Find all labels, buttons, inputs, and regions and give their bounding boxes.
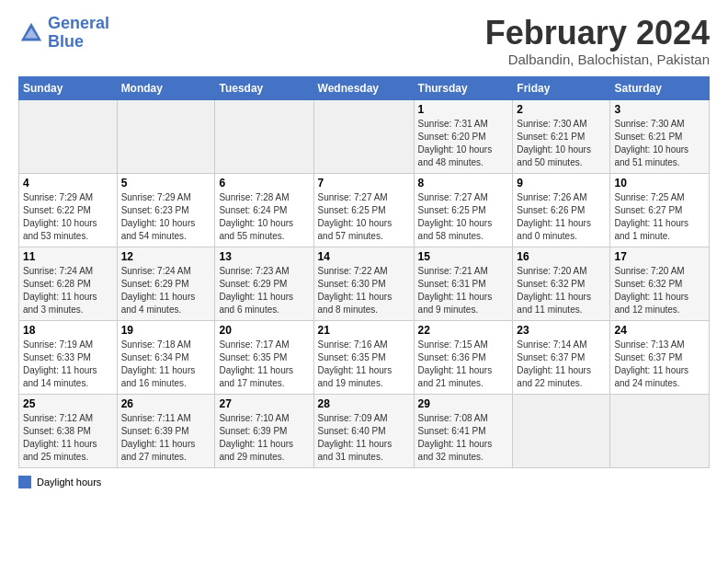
day-number: 29 — [418, 397, 509, 410]
day-info: Sunrise: 7:24 AMSunset: 6:28 PMDaylight:… — [23, 265, 113, 316]
day-info: Sunrise: 7:28 AMSunset: 6:24 PMDaylight:… — [219, 191, 309, 243]
day-info: Sunrise: 7:15 AMSunset: 6:36 PMDaylight:… — [418, 339, 509, 390]
day-number: 20 — [219, 324, 309, 337]
day-info: Sunrise: 7:27 AMSunset: 6:25 PMDaylight:… — [318, 191, 410, 243]
day-number: 4 — [23, 177, 113, 190]
calendar-cell: 2Sunrise: 7:30 AMSunset: 6:21 PMDaylight… — [513, 99, 610, 173]
month-title: February 2024 — [485, 15, 710, 52]
calendar-cell — [610, 394, 710, 467]
day-info: Sunrise: 7:27 AMSunset: 6:25 PMDaylight:… — [418, 191, 509, 243]
day-number: 23 — [517, 324, 606, 337]
logo-general: General — [48, 14, 109, 32]
calendar-cell: 9Sunrise: 7:26 AMSunset: 6:26 PMDaylight… — [513, 173, 610, 247]
day-number: 13 — [219, 250, 309, 263]
day-info: Sunrise: 7:24 AMSunset: 6:29 PMDaylight:… — [121, 265, 211, 316]
calendar-week-row: 1Sunrise: 7:31 AMSunset: 6:20 PMDaylight… — [19, 99, 710, 173]
day-number: 28 — [318, 397, 410, 410]
calendar-cell: 15Sunrise: 7:21 AMSunset: 6:31 PMDayligh… — [414, 247, 513, 320]
day-info: Sunrise: 7:12 AMSunset: 6:38 PMDaylight:… — [23, 412, 113, 464]
legend: Daylight hours — [18, 476, 710, 488]
day-info: Sunrise: 7:23 AMSunset: 6:29 PMDaylight:… — [219, 265, 309, 316]
day-info: Sunrise: 7:16 AMSunset: 6:35 PMDaylight:… — [318, 339, 410, 390]
day-number: 18 — [23, 324, 113, 337]
day-number: 25 — [23, 397, 113, 410]
day-info: Sunrise: 7:11 AMSunset: 6:39 PMDaylight:… — [121, 412, 211, 464]
calendar-cell: 7Sunrise: 7:27 AMSunset: 6:25 PMDaylight… — [313, 173, 414, 247]
calendar-cell — [313, 99, 414, 173]
day-number: 10 — [614, 177, 705, 190]
calendar-cell: 22Sunrise: 7:15 AMSunset: 6:36 PMDayligh… — [414, 320, 513, 394]
day-info: Sunrise: 7:22 AMSunset: 6:30 PMDaylight:… — [318, 265, 410, 316]
calendar-cell — [215, 99, 313, 173]
calendar-cell: 19Sunrise: 7:18 AMSunset: 6:34 PMDayligh… — [117, 320, 215, 394]
day-info: Sunrise: 7:26 AMSunset: 6:26 PMDaylight:… — [517, 191, 606, 243]
day-info: Sunrise: 7:18 AMSunset: 6:34 PMDaylight:… — [121, 339, 211, 390]
calendar-cell: 21Sunrise: 7:16 AMSunset: 6:35 PMDayligh… — [313, 320, 414, 394]
calendar-cell: 13Sunrise: 7:23 AMSunset: 6:29 PMDayligh… — [215, 247, 313, 320]
calendar-cell: 8Sunrise: 7:27 AMSunset: 6:25 PMDaylight… — [414, 173, 513, 247]
day-number: 9 — [517, 177, 606, 190]
day-info: Sunrise: 7:09 AMSunset: 6:40 PMDaylight:… — [318, 412, 410, 464]
calendar-cell — [513, 394, 610, 467]
day-info: Sunrise: 7:20 AMSunset: 6:32 PMDaylight:… — [614, 265, 705, 316]
day-number: 16 — [517, 250, 606, 263]
day-info: Sunrise: 7:31 AMSunset: 6:20 PMDaylight:… — [418, 118, 509, 169]
calendar-week-row: 11Sunrise: 7:24 AMSunset: 6:28 PMDayligh… — [19, 247, 710, 320]
day-info: Sunrise: 7:19 AMSunset: 6:33 PMDaylight:… — [23, 339, 113, 390]
calendar-cell — [19, 99, 118, 173]
calendar-cell: 27Sunrise: 7:10 AMSunset: 6:39 PMDayligh… — [215, 394, 313, 467]
calendar-cell: 18Sunrise: 7:19 AMSunset: 6:33 PMDayligh… — [19, 320, 118, 394]
day-number: 27 — [219, 397, 309, 410]
calendar-cell: 5Sunrise: 7:29 AMSunset: 6:23 PMDaylight… — [117, 173, 215, 247]
legend-color-box — [18, 476, 31, 488]
calendar-cell: 25Sunrise: 7:12 AMSunset: 6:38 PMDayligh… — [19, 394, 118, 467]
calendar-cell: 6Sunrise: 7:28 AMSunset: 6:24 PMDaylight… — [215, 173, 313, 247]
calendar-week-row: 18Sunrise: 7:19 AMSunset: 6:33 PMDayligh… — [19, 320, 710, 394]
day-number: 14 — [318, 250, 410, 263]
calendar-cell: 26Sunrise: 7:11 AMSunset: 6:39 PMDayligh… — [117, 394, 215, 467]
calendar-cell: 29Sunrise: 7:08 AMSunset: 6:41 PMDayligh… — [414, 394, 513, 467]
day-info: Sunrise: 7:08 AMSunset: 6:41 PMDaylight:… — [418, 412, 509, 464]
calendar-week-row: 25Sunrise: 7:12 AMSunset: 6:38 PMDayligh… — [19, 394, 710, 467]
calendar-cell: 10Sunrise: 7:25 AMSunset: 6:27 PMDayligh… — [610, 173, 710, 247]
day-info: Sunrise: 7:30 AMSunset: 6:21 PMDaylight:… — [614, 118, 705, 169]
logo-icon — [18, 20, 44, 46]
day-info: Sunrise: 7:14 AMSunset: 6:37 PMDaylight:… — [517, 339, 606, 390]
calendar-cell: 4Sunrise: 7:29 AMSunset: 6:22 PMDaylight… — [19, 173, 118, 247]
day-number: 17 — [614, 250, 705, 263]
calendar-cell: 12Sunrise: 7:24 AMSunset: 6:29 PMDayligh… — [117, 247, 215, 320]
calendar-cell: 24Sunrise: 7:13 AMSunset: 6:37 PMDayligh… — [610, 320, 710, 394]
calendar-table: SundayMondayTuesdayWednesdayThursdayFrid… — [18, 76, 710, 468]
calendar-day-header: Tuesday — [215, 76, 313, 99]
day-number: 12 — [121, 250, 211, 263]
logo-blue: Blue — [48, 32, 84, 51]
calendar-cell: 28Sunrise: 7:09 AMSunset: 6:40 PMDayligh… — [313, 394, 414, 467]
day-info: Sunrise: 7:29 AMSunset: 6:23 PMDaylight:… — [121, 191, 211, 243]
location: Dalbandin, Balochistan, Pakistan — [485, 52, 710, 67]
calendar-header-row: SundayMondayTuesdayWednesdayThursdayFrid… — [19, 76, 710, 99]
calendar-day-header: Friday — [513, 76, 610, 99]
day-number: 19 — [121, 324, 211, 337]
day-info: Sunrise: 7:20 AMSunset: 6:32 PMDaylight:… — [517, 265, 606, 316]
day-number: 11 — [23, 250, 113, 263]
page-header: General Blue February 2024 Dalbandin, Ba… — [18, 15, 710, 67]
day-number: 22 — [418, 324, 509, 337]
calendar-day-header: Thursday — [414, 76, 513, 99]
day-number: 6 — [219, 177, 309, 190]
calendar-cell: 20Sunrise: 7:17 AMSunset: 6:35 PMDayligh… — [215, 320, 313, 394]
day-number: 21 — [318, 324, 410, 337]
day-number: 2 — [517, 103, 606, 116]
calendar-day-header: Sunday — [19, 76, 118, 99]
day-number: 7 — [318, 177, 410, 190]
day-info: Sunrise: 7:29 AMSunset: 6:22 PMDaylight:… — [23, 191, 113, 243]
day-number: 24 — [614, 324, 705, 337]
logo-text: General Blue — [48, 15, 109, 52]
calendar-day-header: Monday — [117, 76, 215, 99]
day-info: Sunrise: 7:30 AMSunset: 6:21 PMDaylight:… — [517, 118, 606, 169]
calendar-cell: 14Sunrise: 7:22 AMSunset: 6:30 PMDayligh… — [313, 247, 414, 320]
day-info: Sunrise: 7:17 AMSunset: 6:35 PMDaylight:… — [219, 339, 309, 390]
day-info: Sunrise: 7:21 AMSunset: 6:31 PMDaylight:… — [418, 265, 509, 316]
calendar-day-header: Wednesday — [313, 76, 414, 99]
calendar-cell: 3Sunrise: 7:30 AMSunset: 6:21 PMDaylight… — [610, 99, 710, 173]
day-info: Sunrise: 7:25 AMSunset: 6:27 PMDaylight:… — [614, 191, 705, 243]
